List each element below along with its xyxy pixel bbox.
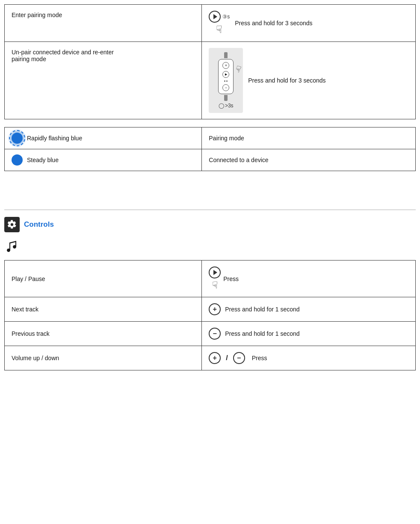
led-steady-icon (12, 154, 23, 166)
next-track-action-cell: + Press and hold for 1 second (202, 297, 416, 322)
indicator-pairing-text: Pairing mode (209, 135, 244, 142)
next-track-action-row: + Press and hold for 1 second (209, 303, 408, 315)
device-image-area: + ▶ − (209, 48, 243, 113)
controls-title: Controls (24, 220, 54, 229)
play-circle-icon (209, 11, 221, 23)
indicator-steady-text: Steady blue (27, 157, 59, 163)
play-circle-sm (209, 266, 221, 278)
press-hold-text-1: Press and hold for 3 seconds (235, 20, 312, 27)
next-track-label-cell: Next track (5, 297, 202, 322)
indicator-connected-cell: Connected to a device (202, 149, 416, 171)
controls-row-prev-track: Previous track − Press and hold for 1 se… (5, 322, 416, 346)
volume-label: Volume up / down (12, 355, 59, 361)
gesture-overlay: ☟ (234, 63, 243, 75)
controls-row-volume: Volume up / down + / − Press (5, 346, 416, 370)
volume-plus-icon: + (209, 352, 221, 364)
play-pause-label-cell: Play / Pause (5, 261, 202, 297)
prev-track-action-cell: − Press and hold for 1 second (202, 322, 416, 346)
play-icon-wrap-1: ③s ☟ (209, 11, 230, 36)
page-wrapper: Enter pairing mode ③s ☟ Press and hold f… (0, 0, 420, 375)
indicator-row-2: Steady blue Connected to a device (5, 149, 416, 171)
gear-icon-box (4, 217, 20, 232)
unpair-text-line2: pairing mode (12, 56, 46, 62)
play-press-area: ☟ Press (209, 266, 408, 291)
gear-icon (7, 220, 17, 229)
pairing-row-2: Un-pair connected device and re-enter pa… (5, 42, 416, 119)
play-triangle (213, 14, 217, 19)
press-hold-area-2: + ▶ − (209, 48, 408, 113)
timer-label-1: ③s (222, 14, 230, 20)
prev-track-label-cell: Previous track (5, 322, 202, 346)
indicator-row-1: Rapidly flashing blue Pairing mode (5, 127, 416, 149)
unpair-label: Un-pair connected device and re-enter pa… (5, 42, 202, 119)
music-note-area (6, 240, 416, 257)
play-press-text: Press (223, 275, 239, 282)
finger-icon-1: ☟ (216, 24, 222, 36)
volume-action-row: + / − Press (209, 352, 408, 364)
finger-icon-play: ☟ (212, 280, 218, 291)
unpair-action: + ▶ − (202, 42, 416, 119)
plus-circle-icon: + (209, 303, 221, 315)
play-triangle-sm (213, 270, 217, 275)
pairing-table: Enter pairing mode ③s ☟ Press and hold f… (4, 4, 416, 119)
indicator-pairing-cell: Pairing mode (202, 127, 416, 149)
pairing-enter-label: Enter pairing mode (5, 5, 202, 42)
press-hold-area-1: ③s ☟ Press and hold for 3 seconds (209, 11, 408, 36)
timer-big-text: >3s (225, 103, 234, 109)
play-pause-icon-wrap: ☟ (209, 266, 221, 291)
connector-bottom (224, 95, 228, 101)
indicator-table: Rapidly flashing blue Pairing mode Stead… (4, 127, 416, 171)
play-pause-label: Play / Pause (12, 275, 45, 282)
music-note-icon (6, 240, 18, 254)
indicator-flashing-text: Rapidly flashing blue (27, 135, 82, 142)
volume-action-cell: + / − Press (202, 346, 416, 370)
slash-divider: / (226, 354, 228, 362)
next-track-text: Press and hold for 1 second (225, 306, 299, 313)
indicator-connected-text: Connected to a device (209, 157, 268, 163)
controls-row-play-pause: Play / Pause ☟ Press (5, 261, 416, 297)
controls-table: Play / Pause ☟ Press Next track (4, 260, 416, 370)
controls-header: Controls (4, 217, 416, 232)
enter-pairing-text: Enter pairing mode (12, 12, 62, 18)
led-row-1: Rapidly flashing blue (12, 133, 195, 144)
led-flashing-icon (12, 133, 23, 144)
spacer (4, 184, 416, 201)
unpair-text-line1: Un-pair connected device and re-enter (12, 49, 114, 56)
prev-track-action-row: − Press and hold for 1 second (209, 328, 408, 340)
device-dots (224, 80, 228, 82)
prev-track-label: Previous track (12, 330, 50, 337)
pairing-row-1: Enter pairing mode ③s ☟ Press and hold f… (5, 5, 416, 42)
device-plus-btn: + (222, 62, 229, 69)
controls-row-next-track: Next track + Press and hold for 1 second (5, 297, 416, 322)
volume-text: Press (252, 355, 267, 361)
device-body: + ▶ − (213, 52, 239, 109)
device-minus-btn: − (222, 84, 229, 91)
led-row-2: Steady blue (12, 154, 195, 166)
device-play-btn: ▶ (222, 71, 229, 78)
pairing-enter-action: ③s ☟ Press and hold for 3 seconds (202, 5, 416, 42)
volume-minus-icon: − (233, 352, 245, 364)
indicator-steady-cell: Steady blue (5, 149, 202, 171)
device-main: + ▶ − (218, 59, 234, 94)
press-hold-text-2: Press and hold for 3 seconds (248, 77, 325, 84)
section-divider (4, 210, 416, 210)
volume-label-cell: Volume up / down (5, 346, 202, 370)
next-track-label: Next track (12, 306, 38, 313)
prev-track-text: Press and hold for 1 second (225, 330, 299, 337)
timer-big: ◯ >3s (219, 103, 234, 109)
play-pause-action-cell: ☟ Press (202, 261, 416, 297)
minus-circle-icon: − (209, 328, 221, 340)
connector-top (224, 52, 228, 58)
indicator-flashing-cell: Rapidly flashing blue (5, 127, 202, 149)
